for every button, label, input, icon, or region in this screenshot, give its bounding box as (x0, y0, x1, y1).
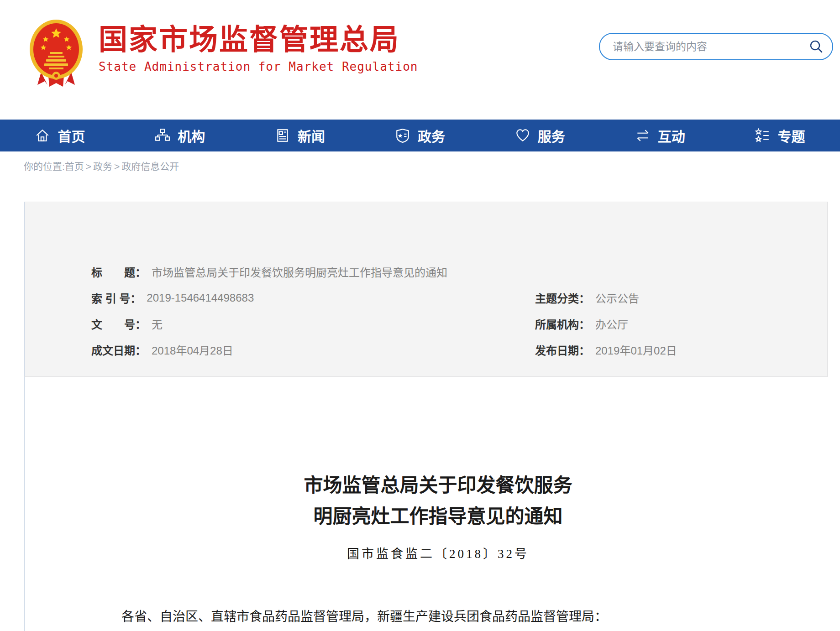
org-chart-icon (155, 128, 170, 143)
search-input[interactable] (612, 40, 808, 53)
document-paragraph: 各省、自治区、直辖市食品药品监督管理局，新疆生产建设兵团食品药品监督管理局： (121, 605, 755, 629)
nav-item-service[interactable]: 服务 (515, 125, 565, 146)
breadcrumb-separator: > (114, 161, 120, 172)
breadcrumb-link-home[interactable]: 首页 (65, 161, 84, 172)
site-header: 国家市场监督管理总局 State Administration for Mark… (0, 0, 840, 120)
breadcrumb-link-gov[interactable]: 政务 (93, 161, 112, 172)
meta-row-written-date: 成文日期： 2018年04月28日 (91, 337, 535, 363)
document-number: 国市监食监二〔2018〕32号 (121, 544, 755, 562)
breadcrumb-link-info[interactable]: 政府信息公开 (121, 161, 179, 172)
meta-row-docno: 文 号： 无 (91, 311, 535, 337)
document-text: 各省、自治区、直辖市食品药品监督管理局，新疆生产建设兵团食品药品监督管理局： 为… (121, 605, 755, 631)
search-box (599, 33, 833, 60)
brand-text: 国家市场监督管理总局 State Administration for Mark… (99, 24, 418, 73)
breadcrumb-separator: > (86, 161, 91, 172)
nav-item-label: 机构 (178, 125, 205, 146)
meta-label-index: 索 引 号： (91, 290, 141, 306)
nav-item-gov[interactable]: 政务 (395, 125, 445, 146)
meta-value-title: 市场监管总局关于印发餐饮服务明厨亮灶工作指导意见的通知 (152, 264, 447, 280)
meta-label-docno: 文 号： (91, 316, 146, 332)
meta-label-written-date: 成文日期： (91, 342, 146, 358)
breadcrumb-prefix: 你的位置: (24, 161, 65, 172)
nav-item-org[interactable]: 机构 (155, 125, 205, 146)
meta-label-title: 标 题： (91, 264, 146, 280)
main-nav: 首页 机构 新闻 政务 (0, 120, 840, 151)
document-title: 市场监管总局关于印发餐饮服务 明厨亮灶工作指导意见的通知 (121, 470, 755, 532)
document-paragraph: 为督促餐饮服务提供者加强食品安全管理，诚信守法经营，规范公开加工过程,推动餐饮服… (121, 629, 755, 631)
nav-item-label: 首页 (58, 125, 85, 146)
meta-value-written-date: 2018年04月28日 (152, 342, 233, 358)
meta-row-category: 主题分类： 公示公告 (535, 285, 827, 311)
national-emblem-icon (28, 18, 84, 88)
breadcrumb: 你的位置:首页>政务>政府信息公开 (24, 159, 179, 174)
star-list-icon (755, 128, 770, 143)
nav-item-label: 专题 (777, 125, 805, 146)
meta-label-publish-date: 发布日期： (535, 342, 590, 358)
page: 国家市场监督管理总局 State Administration for Mark… (0, 0, 840, 631)
meta-value-office: 办公厅 (595, 316, 628, 332)
meta-row-index: 索 引 号： 2019-1546414498683 (91, 285, 535, 311)
meta-label-category: 主题分类： (535, 290, 590, 306)
document-body-section: 市场监管总局关于印发餐饮服务 明厨亮灶工作指导意见的通知 国市监食监二〔2018… (24, 377, 828, 631)
meta-row-empty (535, 259, 827, 285)
document-title-line2: 明厨亮灶工作指导意见的通知 (313, 506, 562, 527)
nav-item-topics[interactable]: 专题 (755, 125, 805, 146)
nav-item-label: 政务 (418, 125, 445, 146)
meta-value-category: 公示公告 (595, 290, 639, 306)
content-container: 标 题： 市场监管总局关于印发餐饮服务明厨亮灶工作指导意见的通知 索 引 号： … (24, 202, 828, 631)
site-title-en: State Administration for Market Regulati… (99, 60, 418, 73)
meta-row-publish-date: 发布日期： 2019年01月02日 (535, 337, 827, 363)
swap-arrows-icon (635, 128, 651, 143)
nav-item-home[interactable]: 首页 (35, 125, 85, 146)
meta-row-title: 标 题： 市场监管总局关于印发餐饮服务明厨亮灶工作指导意见的通知 (91, 259, 535, 285)
meta-row-office: 所属机构： 办公厅 (535, 311, 827, 337)
meta-label-office: 所属机构： (535, 316, 590, 332)
meta-value-index: 2019-1546414498683 (147, 292, 254, 304)
home-icon (35, 128, 50, 143)
nav-item-label: 新闻 (298, 125, 325, 146)
news-icon (275, 128, 290, 143)
document-meta-panel: 标 题： 市场监管总局关于印发餐饮服务明厨亮灶工作指导意见的通知 索 引 号： … (24, 202, 828, 377)
search-icon[interactable] (808, 39, 824, 54)
nav-item-news[interactable]: 新闻 (275, 125, 325, 146)
shield-star-icon (395, 128, 410, 143)
site-title-cn: 国家市场监督管理总局 (99, 24, 418, 55)
meta-value-docno: 无 (152, 316, 163, 332)
nav-item-label: 互动 (658, 125, 685, 146)
meta-value-publish-date: 2019年01月02日 (595, 342, 677, 358)
document-title-line1: 市场监管总局关于印发餐饮服务 (304, 475, 572, 496)
nav-item-interact[interactable]: 互动 (635, 125, 685, 146)
nav-item-label: 服务 (538, 125, 565, 146)
heart-icon (515, 128, 530, 143)
